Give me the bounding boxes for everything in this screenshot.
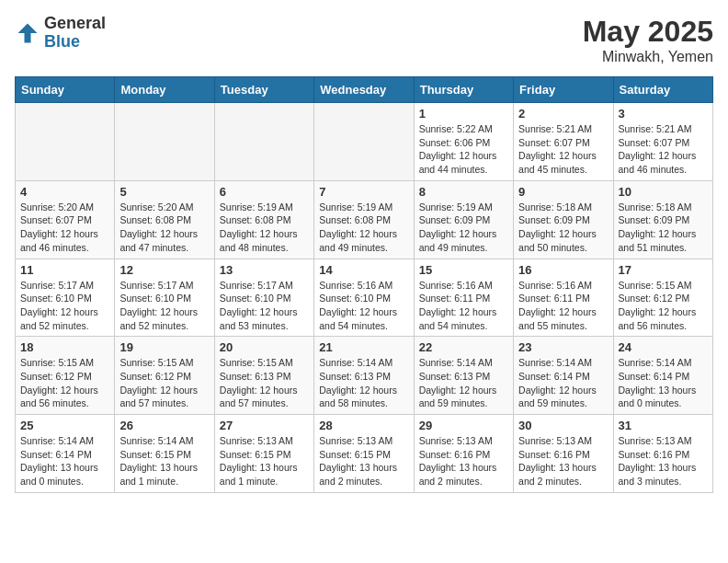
day-info: Sunrise: 5:19 AM Sunset: 6:09 PM Dayligh…	[419, 201, 508, 255]
calendar-day-cell: 23Sunrise: 5:14 AM Sunset: 6:14 PM Dayli…	[514, 337, 613, 415]
day-number: 13	[220, 263, 309, 277]
day-number: 1	[419, 107, 508, 121]
calendar-day-cell: 24Sunrise: 5:14 AM Sunset: 6:14 PM Dayli…	[613, 337, 712, 415]
day-number: 18	[20, 340, 109, 354]
day-number: 15	[419, 263, 508, 277]
calendar-day-cell: 2Sunrise: 5:21 AM Sunset: 6:07 PM Daylig…	[514, 103, 613, 181]
calendar-body: 1Sunrise: 5:22 AM Sunset: 6:06 PM Daylig…	[16, 103, 713, 493]
calendar-day-cell: 22Sunrise: 5:14 AM Sunset: 6:13 PM Dayli…	[414, 337, 513, 415]
day-info: Sunrise: 5:14 AM Sunset: 6:14 PM Dayligh…	[20, 434, 109, 488]
calendar-week-row: 4Sunrise: 5:20 AM Sunset: 6:07 PM Daylig…	[16, 180, 713, 259]
calendar-day-cell: 29Sunrise: 5:13 AM Sunset: 6:16 PM Dayli…	[414, 415, 513, 493]
day-info: Sunrise: 5:17 AM Sunset: 6:10 PM Dayligh…	[20, 279, 109, 333]
logo-general: General	[44, 15, 106, 33]
day-number: 12	[119, 263, 209, 277]
day-info: Sunrise: 5:14 AM Sunset: 6:14 PM Dayligh…	[518, 356, 608, 410]
day-number: 29	[419, 419, 508, 432]
calendar-day-cell: 14Sunrise: 5:16 AM Sunset: 6:10 PM Dayli…	[314, 259, 414, 337]
day-info: Sunrise: 5:21 AM Sunset: 6:07 PM Dayligh…	[619, 122, 708, 177]
calendar-day-cell: 21Sunrise: 5:14 AM Sunset: 6:13 PM Dayli…	[314, 337, 414, 415]
calendar-day-cell: 4Sunrise: 5:20 AM Sunset: 6:07 PM Daylig…	[16, 180, 115, 259]
day-number: 19	[119, 340, 209, 354]
calendar-day-cell: 5Sunrise: 5:20 AM Sunset: 6:08 PM Daylig…	[115, 180, 214, 259]
day-number: 24	[619, 340, 708, 354]
calendar-day-cell: 11Sunrise: 5:17 AM Sunset: 6:10 PM Dayli…	[16, 259, 115, 337]
day-number: 6	[220, 185, 309, 199]
day-number: 7	[319, 185, 408, 199]
calendar-day-cell: 28Sunrise: 5:13 AM Sunset: 6:15 PM Dayli…	[314, 415, 414, 493]
logo: General Blue	[15, 15, 106, 52]
calendar-day-cell: 8Sunrise: 5:19 AM Sunset: 6:09 PM Daylig…	[414, 180, 513, 259]
calendar-day-cell: 13Sunrise: 5:17 AM Sunset: 6:10 PM Dayli…	[214, 259, 313, 337]
calendar-day-cell: 9Sunrise: 5:18 AM Sunset: 6:09 PM Daylig…	[514, 180, 613, 259]
day-number: 21	[319, 340, 408, 354]
day-number: 23	[518, 340, 608, 354]
calendar-day-cell: 6Sunrise: 5:19 AM Sunset: 6:08 PM Daylig…	[214, 180, 313, 259]
calendar-day-cell: 10Sunrise: 5:18 AM Sunset: 6:09 PM Dayli…	[613, 180, 712, 259]
day-number: 11	[20, 263, 109, 277]
weekday-header: Friday	[514, 77, 613, 103]
day-info: Sunrise: 5:13 AM Sunset: 6:16 PM Dayligh…	[419, 434, 508, 488]
day-number: 8	[419, 185, 508, 199]
day-info: Sunrise: 5:14 AM Sunset: 6:13 PM Dayligh…	[319, 356, 408, 410]
calendar-day-cell: 1Sunrise: 5:22 AM Sunset: 6:06 PM Daylig…	[414, 103, 513, 181]
calendar-table: SundayMondayTuesdayWednesdayThursdayFrid…	[15, 76, 713, 493]
calendar-day-cell: 19Sunrise: 5:15 AM Sunset: 6:12 PM Dayli…	[115, 337, 214, 415]
weekday-header-row: SundayMondayTuesdayWednesdayThursdayFrid…	[16, 77, 713, 103]
calendar-week-row: 18Sunrise: 5:15 AM Sunset: 6:12 PM Dayli…	[16, 337, 713, 415]
calendar-week-row: 11Sunrise: 5:17 AM Sunset: 6:10 PM Dayli…	[16, 259, 713, 337]
calendar-day-cell	[314, 103, 414, 181]
calendar-day-cell: 7Sunrise: 5:19 AM Sunset: 6:08 PM Daylig…	[314, 180, 414, 259]
calendar-day-cell	[214, 103, 313, 181]
weekday-header: Monday	[115, 77, 214, 103]
calendar-week-row: 25Sunrise: 5:14 AM Sunset: 6:14 PM Dayli…	[16, 415, 713, 493]
day-number: 20	[220, 340, 309, 354]
day-info: Sunrise: 5:15 AM Sunset: 6:13 PM Dayligh…	[220, 356, 309, 410]
day-number: 26	[119, 419, 209, 432]
day-info: Sunrise: 5:19 AM Sunset: 6:08 PM Dayligh…	[319, 201, 408, 255]
svg-marker-0	[18, 23, 38, 42]
title-block: May 2025 Minwakh, Yemen	[583, 15, 713, 65]
month-title: May 2025	[583, 15, 713, 49]
calendar-day-cell: 15Sunrise: 5:16 AM Sunset: 6:11 PM Dayli…	[414, 259, 513, 337]
day-number: 31	[619, 419, 708, 432]
day-info: Sunrise: 5:14 AM Sunset: 6:14 PM Dayligh…	[619, 356, 708, 410]
day-info: Sunrise: 5:22 AM Sunset: 6:06 PM Dayligh…	[419, 122, 508, 177]
calendar-day-cell: 26Sunrise: 5:14 AM Sunset: 6:15 PM Dayli…	[115, 415, 214, 493]
logo-icon	[15, 20, 40, 46]
day-info: Sunrise: 5:20 AM Sunset: 6:08 PM Dayligh…	[119, 201, 209, 255]
day-info: Sunrise: 5:13 AM Sunset: 6:16 PM Dayligh…	[619, 434, 708, 488]
day-info: Sunrise: 5:18 AM Sunset: 6:09 PM Dayligh…	[619, 201, 708, 255]
day-number: 10	[619, 185, 708, 199]
calendar-day-cell	[16, 103, 115, 181]
logo-blue: Blue	[44, 33, 106, 52]
calendar-day-cell: 3Sunrise: 5:21 AM Sunset: 6:07 PM Daylig…	[613, 103, 712, 181]
day-info: Sunrise: 5:15 AM Sunset: 6:12 PM Dayligh…	[119, 356, 209, 410]
day-info: Sunrise: 5:21 AM Sunset: 6:07 PM Dayligh…	[518, 122, 608, 177]
day-number: 3	[619, 107, 708, 121]
day-info: Sunrise: 5:13 AM Sunset: 6:15 PM Dayligh…	[220, 434, 309, 488]
day-number: 16	[518, 263, 608, 277]
day-number: 4	[20, 185, 109, 199]
day-number: 2	[518, 107, 608, 121]
day-info: Sunrise: 5:17 AM Sunset: 6:10 PM Dayligh…	[119, 279, 209, 333]
calendar-day-cell: 20Sunrise: 5:15 AM Sunset: 6:13 PM Dayli…	[214, 337, 313, 415]
day-number: 27	[220, 419, 309, 432]
weekday-header: Sunday	[16, 77, 115, 103]
day-number: 22	[419, 340, 508, 354]
calendar-day-cell: 12Sunrise: 5:17 AM Sunset: 6:10 PM Dayli…	[115, 259, 214, 337]
day-info: Sunrise: 5:18 AM Sunset: 6:09 PM Dayligh…	[518, 201, 608, 255]
day-info: Sunrise: 5:15 AM Sunset: 6:12 PM Dayligh…	[20, 356, 109, 410]
calendar-week-row: 1Sunrise: 5:22 AM Sunset: 6:06 PM Daylig…	[16, 103, 713, 181]
day-info: Sunrise: 5:20 AM Sunset: 6:07 PM Dayligh…	[20, 201, 109, 255]
calendar-day-cell: 18Sunrise: 5:15 AM Sunset: 6:12 PM Dayli…	[16, 337, 115, 415]
weekday-header: Thursday	[414, 77, 513, 103]
calendar-day-cell: 30Sunrise: 5:13 AM Sunset: 6:16 PM Dayli…	[514, 415, 613, 493]
weekday-header: Wednesday	[314, 77, 414, 103]
calendar-day-cell: 27Sunrise: 5:13 AM Sunset: 6:15 PM Dayli…	[214, 415, 313, 493]
day-info: Sunrise: 5:19 AM Sunset: 6:08 PM Dayligh…	[220, 201, 309, 255]
weekday-header: Tuesday	[214, 77, 313, 103]
day-number: 25	[20, 419, 109, 432]
day-info: Sunrise: 5:15 AM Sunset: 6:12 PM Dayligh…	[619, 279, 708, 333]
day-info: Sunrise: 5:17 AM Sunset: 6:10 PM Dayligh…	[220, 279, 309, 333]
